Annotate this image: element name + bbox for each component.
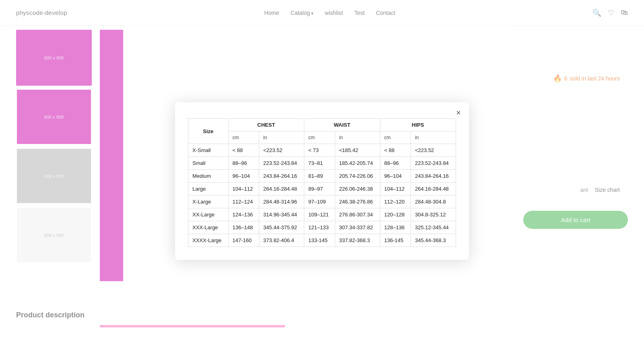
cell-hips-in: 243.84-264.16 [411,170,456,183]
cell-chest-cm: 147-160 [228,234,259,247]
col-hips: HIPS [380,119,456,132]
cell-chest-in: 284.48-314.96 [259,195,304,208]
table-row: XX-Large 124–136 314.96-345.44 109–121 2… [188,208,456,221]
cell-hips-cm: 120–128 [380,208,411,221]
cell-size: Large [188,183,229,195]
cell-size: Small [188,157,229,170]
cell-chest-in: 314.96-345.44 [259,208,304,221]
cell-hips-in: 264.16-284.48 [411,183,456,195]
size-chart-modal: × Size CHEST WAIST HIPS cm in cm in cm [175,102,469,260]
cell-chest-in: <223.52 [259,144,304,157]
cell-waist-in: 276.86-307.34 [335,208,380,221]
cell-chest-cm: 88–96 [228,157,259,170]
cell-waist-in: 185.42-205.74 [335,157,380,170]
table-row: X-Small < 88 <223.52 < 73 <185.42 < 88 <… [188,144,456,157]
size-chart-table: Size CHEST WAIST HIPS cm in cm in cm in [188,118,456,247]
cell-waist-in: 226.06-246.38 [335,183,380,195]
waist-in-unit: in [335,132,380,144]
col-size: Size [188,119,229,144]
waist-cm-unit: cm [304,132,335,144]
cell-waist-cm: 133-145 [304,234,335,247]
cell-waist-in: <185.42 [335,144,380,157]
table-body: X-Small < 88 <223.52 < 73 <185.42 < 88 <… [188,144,456,247]
cell-size: X-Small [188,144,229,157]
cell-hips-cm: 112–120 [380,195,411,208]
cell-chest-in: 345.44-375.92 [259,221,304,234]
cell-size: XX-Large [188,208,229,221]
cell-waist-cm: 73–81 [304,157,335,170]
cell-waist-cm: 97–109 [304,195,335,208]
cell-chest-cm: < 88 [228,144,259,157]
hips-cm-unit: cm [380,132,411,144]
modal-close-button[interactable]: × [456,109,461,117]
cell-chest-cm: 124–136 [228,208,259,221]
cell-size: Medium [188,170,229,183]
cell-chest-cm: 112–124 [228,195,259,208]
table-row: Large 104–112 264.16-284.48 89–97 226.06… [188,183,456,195]
cell-hips-in: 345.44-368.3 [411,234,456,247]
cell-waist-in: 337.82-368.3 [335,234,380,247]
cell-waist-in: 307.34-337.82 [335,221,380,234]
cell-chest-in: 264.16-284.48 [259,183,304,195]
col-waist: WAIST [304,119,380,132]
table-row: XXXX-Large 147-160 373.82-406.4 133-145 … [188,234,456,247]
hips-in-unit: in [411,132,456,144]
cell-waist-cm: 81–89 [304,170,335,183]
cell-waist-cm: < 73 [304,144,335,157]
cell-hips-in: 223.52-243.84 [411,157,456,170]
cell-hips-in: 304.8-325.12 [411,208,456,221]
cell-chest-in: 223.52-243.84 [259,157,304,170]
table-row: X-Large 112–124 284.48-314.96 97–109 246… [188,195,456,208]
cell-hips-cm: 104–112 [380,183,411,195]
cell-hips-cm: 96–104 [380,170,411,183]
modal-overlay: × Size CHEST WAIST HIPS cm in cm in cm [0,26,644,327]
cell-waist-cm: 121–133 [304,221,335,234]
cell-chest-in: 243.84-264.16 [259,170,304,183]
cell-chest-cm: 104–112 [228,183,259,195]
table-row: Small 88–96 223.52-243.84 73–81 185.42-2… [188,157,456,170]
cell-hips-in: 284.48-304.8 [411,195,456,208]
col-chest: CHEST [228,119,304,132]
cell-hips-cm: 128–136 [380,221,411,234]
cell-waist-cm: 89–97 [304,183,335,195]
table-row: Medium 96–104 243.84-264.16 81–89 205.74… [188,170,456,183]
table-row: XXX-Large 136–148 345.44-375.92 121–133 … [188,221,456,234]
cell-waist-in: 246.38-276.86 [335,195,380,208]
cell-hips-in: <223.52 [411,144,456,157]
cell-hips-cm: 136-145 [380,234,411,247]
cell-waist-cm: 109–121 [304,208,335,221]
chest-cm-unit: cm [228,132,259,144]
cell-chest-cm: 136–148 [228,221,259,234]
cell-hips-in: 325.12-345.44 [411,221,456,234]
cell-waist-in: 205.74-226.06 [335,170,380,183]
cell-size: XXX-Large [188,221,229,234]
table-header-row-labels: Size CHEST WAIST HIPS [188,119,456,132]
cell-size: XXXX-Large [188,234,229,247]
cell-chest-in: 373.82-406.4 [259,234,304,247]
cell-size: X-Large [188,195,229,208]
cell-chest-cm: 96–104 [228,170,259,183]
table-unit-row: cm in cm in cm in [188,132,456,144]
cell-hips-cm: 88–96 [380,157,411,170]
chest-in-unit: in [259,132,304,144]
cell-hips-cm: < 88 [380,144,411,157]
